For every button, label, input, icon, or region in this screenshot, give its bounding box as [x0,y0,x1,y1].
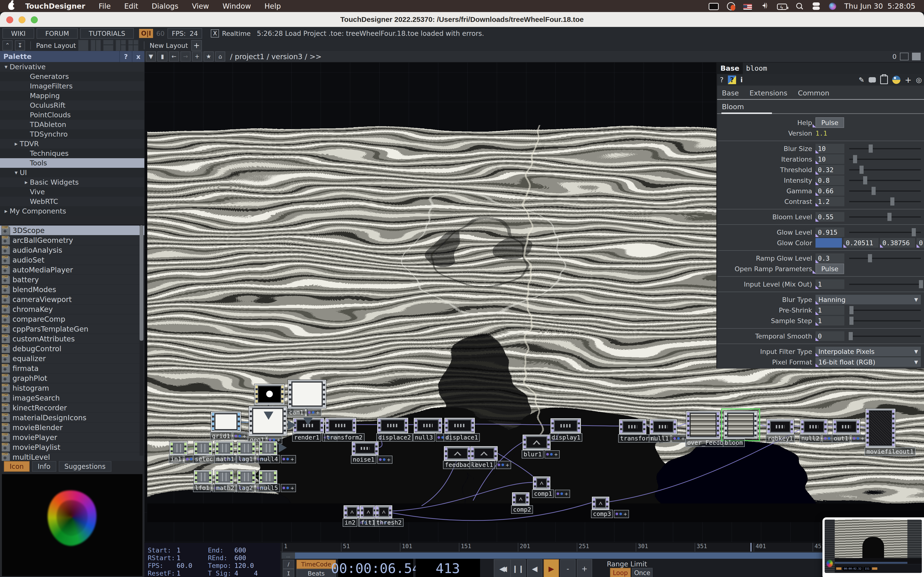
apple-icon[interactable] [8,2,15,10]
node-comp1[interactable] [533,477,550,490]
node-label[interactable]: displace1 [443,433,480,442]
pencil-icon[interactable]: ✎ [859,76,864,84]
slider-thumb[interactable] [850,306,853,314]
param-value-field[interactable]: 0 [816,331,844,341]
palette-item-movieplayer[interactable]: moviePlayer [0,432,144,442]
node-label[interactable]: null2 [800,434,821,443]
pulse-button[interactable]: Pulse [816,263,844,274]
node-lfo1[interactable] [194,470,212,484]
pane-menu-icon[interactable]: ▼ [146,52,156,61]
param-slider[interactable] [849,316,921,326]
slider-thumb[interactable] [850,317,853,325]
info-icon[interactable]: i [740,76,743,84]
tl-field-value[interactable]: 120.0 [234,562,254,569]
plus-icon[interactable]: + [905,75,912,85]
pane-split-icon[interactable] [912,53,921,60]
node-label[interactable]: out1 [832,434,850,443]
node-display1[interactable] [551,418,581,433]
node-flags[interactable]: + [851,434,866,443]
node-null5[interactable] [259,470,277,484]
menu-item-touchdesigner[interactable]: TouchDesigner [25,2,85,10]
node-null3[interactable] [414,418,442,433]
node-null2[interactable] [800,419,827,434]
param-value-field[interactable]: 10 [816,154,844,164]
tree-item-mapping[interactable]: Mapping [0,91,144,100]
menu-item-window[interactable]: Window [223,2,251,10]
wiki-button[interactable]: WIKI [2,28,34,39]
node-label[interactable]: level1 [470,461,495,469]
realtime-checkbox[interactable]: X [211,29,219,37]
param-value-field[interactable]: 10 [816,144,844,153]
node-label[interactable]: moviefileout1 [864,447,916,456]
slider-thumb[interactable] [890,197,894,206]
param-tab-base[interactable]: Base [722,89,739,97]
palette-tab-icon[interactable]: Icon [4,461,30,472]
palette-item-cameraviewport[interactable]: cameraViewport [0,295,144,305]
node-over_Feedback[interactable] [686,411,720,438]
param-value-field[interactable]: 0.8 [816,176,844,185]
palette-item-movieblender[interactable]: movieBlender [0,423,144,432]
param-slider[interactable] [849,176,921,185]
layout-single-button[interactable] [78,40,89,51]
node-flags[interactable]: + [672,434,687,443]
param-slider[interactable] [849,144,921,153]
node-geo1[interactable] [249,406,287,436]
node-select1[interactable] [194,442,212,455]
comment-icon[interactable] [869,77,876,82]
pause-button[interactable]: ❙❙ [510,559,526,577]
node-displace1[interactable] [444,418,475,433]
tl-field-value[interactable]: 1 [177,554,208,562]
node-bloom[interactable] [724,411,758,438]
color-swatch[interactable] [816,238,842,248]
pane-window-icon[interactable] [900,53,909,60]
node-transform1[interactable] [619,419,646,434]
fps-display[interactable]: FPS: 24 [168,28,202,39]
node-null4[interactable] [259,442,277,455]
display-icon[interactable] [709,3,719,10]
node-label[interactable]: comp2 [511,505,533,514]
node-in1[interactable] [170,442,187,455]
palette-item-imagesearch[interactable]: imageSearch [0,393,144,403]
param-value-field[interactable]: 0.32 [816,165,844,174]
palette-item-graphplot[interactable]: graphPlot [0,373,144,383]
slider-thumb[interactable] [849,332,853,340]
tree-item-tdsynchro[interactable]: TDSynchro [0,129,144,139]
param-dropdown[interactable]: Hanning▼ [816,295,921,305]
param-slider[interactable] [849,279,921,289]
palette-item-movieplaylist[interactable]: moviePlaylist [0,442,144,452]
timeline-info[interactable]: Start:1End:600RStart:1REnd:600FPS:60.0Te… [144,543,280,577]
node-level1[interactable] [470,446,498,461]
nav-forward-icon[interactable]: → [181,52,191,61]
node-transform2[interactable] [325,418,356,433]
node-label[interactable]: math1 [214,455,236,463]
param-slider[interactable] [849,165,921,174]
slider-thumb[interactable] [868,254,872,262]
param-tab-extensions[interactable]: Extensions [750,89,787,97]
help-icon[interactable]: ? [720,76,724,84]
palette-item-firmata[interactable]: firmata [0,364,144,373]
palette-item-3dscope[interactable]: 3DScope [0,226,144,235]
node-label[interactable]: render1 [292,433,321,442]
palette-item-cppparstemplategen[interactable]: cppParsTemplateGen [0,324,144,334]
node-null1[interactable] [650,419,677,434]
node-moviefileout1[interactable] [866,409,895,447]
node-blur1[interactable] [523,435,551,450]
tl-field-value[interactable]: 60.0 [177,562,208,569]
tree-item-vive[interactable]: Vive [0,187,144,197]
param-value-field[interactable]: 0.55 [816,212,844,222]
layout-split-horizontal-button[interactable] [103,40,113,51]
node-label[interactable]: cam1 [287,408,305,417]
language-help-icon[interactable]: ? [728,76,736,84]
close-window-button[interactable] [6,16,13,23]
collapse-pane-icon[interactable]: ⌃ [2,40,13,50]
param-slider[interactable] [849,186,921,196]
slider-thumb[interactable] [912,228,916,236]
layout-three-pane-button[interactable] [115,40,126,51]
node-label[interactable]: lag1 [236,455,255,463]
param-slider[interactable] [849,331,921,341]
node-flags[interactable]: + [306,408,321,417]
home-icon[interactable]: ⌂ [215,52,225,61]
network-path-breadcrumb[interactable]: / project1 / version3 / >> [230,52,321,61]
palette-item-automediaplayer[interactable]: autoMediaPlayer [0,265,144,275]
screen-preview-window[interactable]: 00:00:02.32 151 [822,517,924,577]
